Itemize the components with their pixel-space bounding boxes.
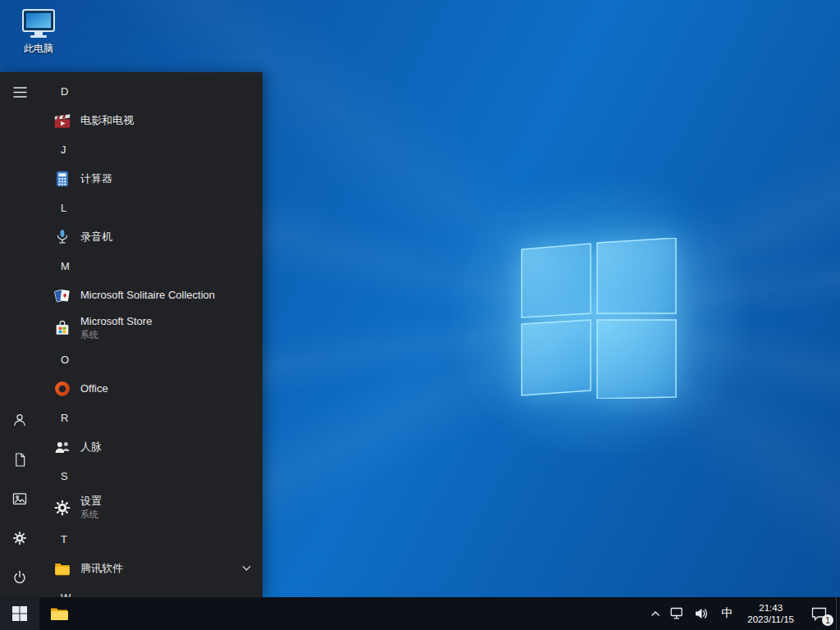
section-letter-label: O [61, 354, 69, 366]
calculator-icon [52, 169, 72, 189]
section-letter-label: W [61, 591, 71, 598]
documents-button[interactable] [0, 440, 39, 479]
settings-button[interactable] [0, 518, 39, 558]
movies-tv-icon [52, 111, 72, 130]
section-letter-m[interactable]: M [39, 252, 262, 280]
gear-icon [52, 498, 72, 518]
section-letter-label: L [61, 202, 66, 214]
people-icon [52, 437, 72, 457]
volume-button[interactable] [689, 597, 714, 630]
windows-logo-wallpaper [520, 238, 678, 399]
app-label: 电影和电视 [80, 113, 134, 128]
app-solitaire[interactable]: Microsoft Solitaire Collection [39, 280, 262, 310]
app-folder-tencent[interactable]: 腾讯软件 [39, 553, 262, 583]
section-letter-l[interactable]: L [39, 194, 262, 221]
app-subtitle: 系统 [80, 329, 152, 340]
app-people[interactable]: 人脉 [39, 431, 262, 462]
app-texts: 设置 系统 [80, 495, 102, 520]
app-calculator[interactable]: 计算器 [39, 163, 262, 194]
taskbar: 中 21:43 2023/11/15 1 [0, 597, 840, 630]
rail-bottom-group [0, 400, 39, 597]
app-label: Microsoft Store [80, 315, 152, 329]
section-letter-s[interactable]: S [39, 462, 262, 490]
notification-badge: 1 [822, 614, 833, 626]
folder-icon [52, 559, 72, 578]
section-letter-j[interactable]: J [39, 135, 262, 163]
chevron-up-icon [651, 610, 660, 617]
documents-icon [12, 452, 28, 468]
microsoft-store-icon [52, 318, 72, 338]
chevron-down-icon [242, 565, 251, 571]
pictures-button[interactable] [0, 479, 39, 518]
menu-icon [13, 87, 27, 98]
clock-date: 2023/11/15 [747, 614, 794, 625]
show-desktop-button[interactable] [836, 597, 840, 630]
desktop-icon-label: 此电脑 [24, 42, 53, 56]
ime-indicator[interactable]: 中 [714, 597, 740, 630]
app-voice-recorder[interactable]: 录音机 [39, 221, 262, 252]
expand-menu-button[interactable] [0, 72, 39, 112]
section-letter-d[interactable]: D [39, 77, 262, 105]
section-letter-t[interactable]: T [39, 525, 262, 553]
app-label: Office [80, 382, 108, 395]
app-label: Microsoft Solitaire Collection [80, 289, 215, 301]
windows-start-icon [12, 606, 27, 621]
start-menu: D 电影和电视 J [0, 72, 262, 597]
app-label: 计算器 [80, 171, 112, 186]
this-pc-icon [21, 8, 57, 39]
power-icon [11, 569, 28, 586]
app-movies-tv[interactable]: 电影和电视 [39, 105, 262, 135]
desktop-icon-this-pc[interactable]: 此电脑 [7, 5, 71, 59]
section-letter-label: T [61, 533, 67, 546]
user-account-icon [11, 412, 28, 428]
section-letter-label: D [61, 85, 68, 98]
section-letter-label: S [61, 470, 68, 482]
start-button[interactable] [0, 597, 39, 630]
app-label: 人脉 [80, 440, 102, 454]
voice-recorder-icon [52, 227, 72, 247]
pictures-icon [11, 491, 28, 507]
tray-overflow-button[interactable] [646, 597, 665, 630]
volume-icon [694, 607, 709, 620]
start-menu-rail [0, 72, 39, 597]
file-explorer-icon [49, 604, 69, 623]
app-label: 设置 [80, 495, 102, 509]
taskbar-clock[interactable]: 21:43 2023/11/15 [740, 597, 801, 630]
settings-icon [11, 530, 28, 546]
action-center-button[interactable]: 1 [801, 597, 836, 630]
solitaire-icon [52, 285, 72, 305]
clock-time: 21:43 [759, 602, 783, 614]
section-letter-label: J [61, 144, 66, 156]
app-texts: Microsoft Store 系统 [80, 315, 152, 340]
app-subtitle: 系统 [80, 509, 102, 520]
section-letter-w[interactable]: W [39, 583, 262, 597]
start-app-list[interactable]: D 电影和电视 J [39, 72, 262, 597]
power-button[interactable] [0, 558, 39, 597]
app-office[interactable]: Office [39, 373, 262, 404]
network-icon [670, 607, 684, 620]
network-button[interactable] [665, 597, 689, 630]
office-icon [52, 379, 72, 399]
app-settings[interactable]: 设置 系统 [39, 490, 262, 525]
app-label: 录音机 [80, 230, 112, 244]
section-letter-label: M [61, 260, 70, 272]
app-microsoft-store[interactable]: Microsoft Store 系统 [39, 310, 262, 345]
system-tray: 中 21:43 2023/11/15 1 [646, 597, 840, 630]
section-letter-label: R [61, 412, 68, 424]
section-letter-o[interactable]: O [39, 345, 262, 373]
user-account-button[interactable] [0, 400, 39, 440]
file-explorer-button[interactable] [39, 597, 79, 630]
app-label: 腾讯软件 [80, 561, 123, 576]
section-letter-r[interactable]: R [39, 404, 262, 431]
